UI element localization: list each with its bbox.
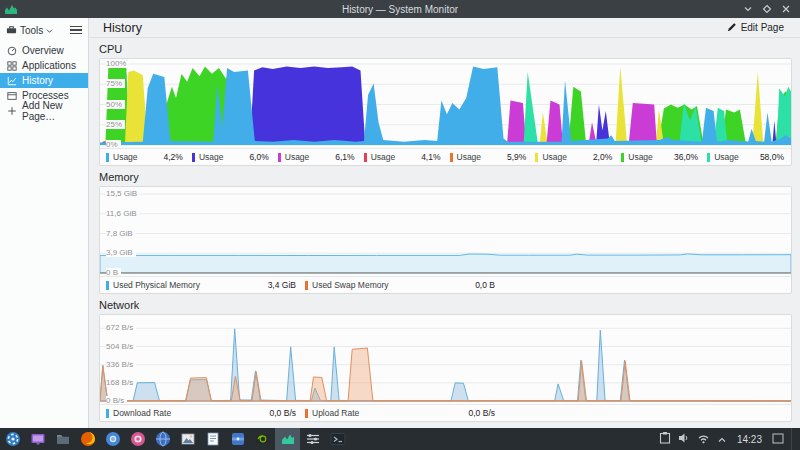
legend-value: 0,0 B	[475, 280, 495, 290]
chromium-icon[interactable]	[100, 428, 125, 450]
toolbox-icon	[6, 24, 17, 37]
terminal-icon[interactable]	[325, 428, 350, 450]
legend-value: 0,0 B/s	[270, 408, 296, 418]
legend-value: 0,0 B/s	[469, 408, 495, 418]
edit-page-button[interactable]: Edit Page	[721, 21, 790, 35]
legend-item: Usage2,0%	[531, 149, 617, 165]
legend-value: 36,0%	[674, 152, 698, 162]
edit-page-label: Edit Page	[741, 22, 784, 33]
volume-icon[interactable]	[678, 430, 690, 448]
network-card: 672 B/s504 B/s336 B/s168 B/s0 B/s Downlo…	[99, 314, 792, 422]
software-center-icon[interactable]	[225, 428, 250, 450]
kubuntu-menu-icon[interactable]	[0, 428, 25, 450]
close-icon[interactable]	[781, 4, 791, 14]
sidebar-item-label: Applications	[22, 60, 76, 71]
clock[interactable]: 14:23	[737, 434, 762, 445]
sidebar-item-label: Overview	[22, 45, 64, 56]
legend-label: Usage	[457, 152, 482, 162]
axis-tick-label: 7,8 GiB	[106, 229, 136, 238]
legend-value: 5,9%	[507, 152, 526, 162]
legend-item: Usage6,0%	[188, 149, 274, 165]
nvidia-settings-icon[interactable]	[250, 428, 275, 450]
clipboard-tray-icon[interactable]	[659, 430, 671, 448]
legend-value: 6,1%	[335, 152, 354, 162]
sidebar-item-overview[interactable]: Overview	[0, 43, 88, 58]
text-document-icon[interactable]	[200, 428, 225, 450]
firefox-icon[interactable]	[75, 428, 100, 450]
legend-item: Usage58,0%	[703, 149, 789, 165]
legend-value: 58,0%	[760, 152, 784, 162]
axis-tick-label: 0%	[106, 140, 121, 148]
legend-value: 4,1%	[421, 152, 440, 162]
sidebar-item-add-new-page[interactable]: Add New Page…	[0, 103, 88, 118]
cpu-chart: 100%75%50%25%0%	[100, 59, 791, 148]
legend-color-marker	[621, 153, 624, 162]
sidebar-menu-icon[interactable]	[70, 26, 82, 35]
pencil-icon	[727, 22, 737, 34]
display-app-icon[interactable]	[25, 428, 50, 450]
app-window: Tools Overview Applications History	[0, 18, 800, 428]
memory-chart: 15,5 GiB11,6 GiB7,8 GiB3,9 GiB0 B	[100, 187, 791, 276]
legend-label: Usage	[714, 152, 739, 162]
cpu-card: 100%75%50%25%0% Usage4,2% Usage6,0% Usag…	[99, 58, 792, 166]
memory-chart-canvas	[100, 187, 791, 276]
wifi-icon[interactable]	[697, 430, 710, 448]
peek-desktop-strip[interactable]	[791, 428, 797, 450]
axis-tick-label: 672 B/s	[106, 323, 136, 332]
axis-tick-label: 504 B/s	[106, 342, 136, 351]
legend-item: Used Swap Memory0,0 B	[301, 277, 500, 293]
legend-item: Usage4,2%	[102, 149, 188, 165]
network-chart-canvas	[100, 315, 791, 404]
legend-label: Used Physical Memory	[113, 280, 200, 290]
sidebar-item-applications[interactable]: Applications	[0, 58, 88, 73]
legend-item: Download Rate0,0 B/s	[102, 405, 301, 421]
plus-icon	[7, 106, 17, 116]
file-manager-icon[interactable]	[50, 428, 75, 450]
maximize-icon[interactable]	[762, 4, 772, 14]
window-titlebar[interactable]: History — System Monitor	[0, 0, 800, 18]
axis-tick-label: 75%	[106, 79, 125, 88]
legend-color-marker	[106, 281, 109, 290]
legend-item: Usage36,0%	[617, 149, 703, 165]
axis-tick-label: 11,6 GiB	[106, 209, 140, 218]
sidebar-nav: Overview Applications History Processes …	[0, 43, 88, 118]
memory-legend: Used Physical Memory3,4 GiB Used Swap Me…	[100, 276, 791, 293]
web-browser-icon[interactable]	[150, 428, 175, 450]
legend-color-marker	[305, 281, 308, 290]
processes-window-icon	[7, 91, 17, 101]
legend-label: Usage	[371, 152, 396, 162]
settings-sliders-icon[interactable]	[300, 428, 325, 450]
legend-label: Upload Rate	[312, 408, 359, 418]
sidebar-item-history[interactable]: History	[0, 73, 88, 88]
axis-tick-label: 336 B/s	[106, 360, 136, 369]
show-desktop-icon[interactable]	[772, 430, 784, 448]
image-viewer-icon[interactable]	[175, 428, 200, 450]
legend-color-marker	[305, 409, 308, 418]
legend-color-marker	[106, 153, 109, 162]
system-monitor-task-icon[interactable]	[275, 428, 300, 450]
cpu-section: CPU 100%75%50%25%0% Usage4,2% Usage6,0% …	[99, 40, 792, 168]
legend-label: Usage	[113, 152, 138, 162]
legend-color-marker	[535, 153, 538, 162]
taskbar: 14:23	[0, 428, 800, 450]
expand-tray-icon[interactable]	[717, 430, 727, 448]
network-legend: Download Rate0,0 B/s Upload Rate0,0 B/s	[100, 404, 791, 421]
overview-gauge-icon	[7, 46, 17, 56]
legend-item: Used Physical Memory3,4 GiB	[102, 277, 301, 293]
page-title: History	[103, 21, 142, 35]
chevron-down-icon	[46, 25, 53, 36]
desktop-screen: History — System Monitor Tools Overview	[0, 0, 800, 450]
system-tray: 14:23	[659, 428, 800, 450]
legend-label: Download Rate	[113, 408, 171, 418]
system-monitor-app-icon	[5, 4, 17, 14]
axis-tick-label: 100%	[106, 59, 129, 68]
minimize-icon[interactable]	[743, 4, 753, 14]
kde-pink-app-icon[interactable]	[125, 428, 150, 450]
axis-tick-label: 0 B	[106, 268, 121, 276]
legend-label: Usage	[285, 152, 310, 162]
legend-label: Usage	[199, 152, 224, 162]
network-section-title: Network	[99, 299, 792, 311]
tools-menu-button[interactable]: Tools	[6, 24, 53, 37]
axis-tick-label: 50%	[106, 100, 125, 109]
network-chart: 672 B/s504 B/s336 B/s168 B/s0 B/s	[100, 315, 791, 404]
